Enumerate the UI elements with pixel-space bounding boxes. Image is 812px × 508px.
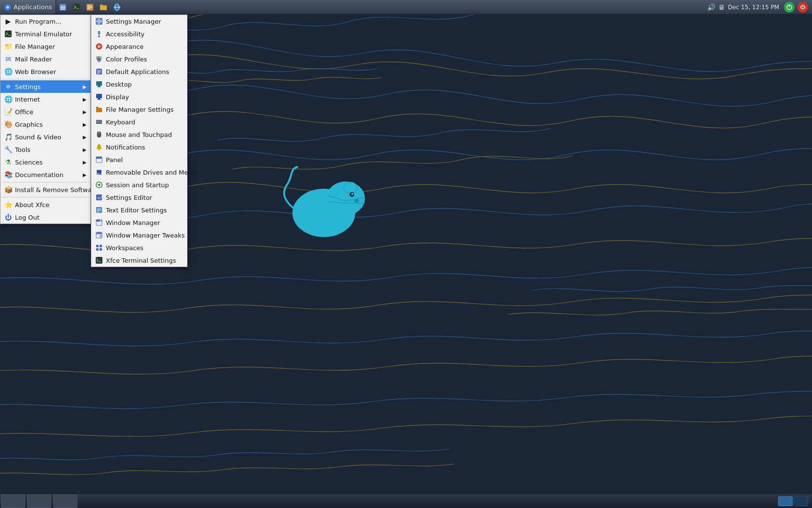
submenu-session-startup[interactable]: Session and Startup	[91, 179, 187, 191]
submenu-settings-editor[interactable]: </> Settings Editor	[91, 191, 187, 204]
svg-rect-62	[97, 122, 98, 123]
menu-item-tools[interactable]: 🔧 Tools ▶	[0, 143, 90, 156]
file-manager-settings-icon	[95, 105, 103, 113]
taskbar-editor-icon	[86, 3, 94, 11]
submenu-xfce-terminal-settings-label: Xfce Terminal Settings	[106, 257, 176, 264]
menu-item-run-program[interactable]: ▶ Run Program...	[0, 15, 90, 28]
separator-2	[0, 182, 90, 182]
office-icon: 📝	[4, 108, 12, 116]
submenu-settings-manager[interactable]: Settings Manager	[91, 15, 187, 28]
menu-item-sound-video[interactable]: 🎵 Sound & Video ▶	[0, 131, 90, 143]
workspace-1[interactable]	[778, 496, 793, 506]
svg-point-9	[354, 199, 359, 203]
submenu-keyboard[interactable]: Keyboard	[91, 116, 187, 128]
submenu-text-editor-settings[interactable]: Text Editor Settings	[91, 204, 187, 216]
applications-button[interactable]: Applications	[0, 0, 56, 14]
suspend-button[interactable]	[784, 2, 795, 13]
svg-point-67	[99, 133, 100, 134]
mail-reader-icon: ✉	[4, 55, 12, 63]
taskbar-editor-btn[interactable]	[83, 0, 97, 14]
submenu-settings-editor-label: Settings Editor	[106, 194, 152, 201]
menu-item-about-xfce[interactable]: ⭐ About Xfce	[0, 198, 90, 211]
taskbar-terminal-btn[interactable]	[70, 0, 83, 14]
documentation-arrow: ▶	[83, 172, 87, 178]
svg-rect-13	[60, 7, 65, 8]
submenu-color-profiles[interactable]: Color Profiles	[91, 53, 187, 65]
submenu-window-manager-label: Window Manager	[106, 219, 160, 226]
submenu-panel[interactable]: Panel	[91, 153, 187, 166]
submenu-appearance[interactable]: Appearance	[91, 40, 187, 53]
install-remove-icon: 📦	[4, 186, 12, 194]
sciences-arrow: ▶	[83, 160, 87, 165]
submenu-removable-drives[interactable]: Removable Drives and Media	[91, 166, 187, 179]
submenu-window-manager-tweaks[interactable]: Window Manager Tweaks	[91, 229, 187, 241]
menu-item-mail-reader[interactable]: ✉ Mail Reader	[0, 53, 90, 65]
workspace-2[interactable]	[794, 496, 808, 506]
internet-icon: 🌐	[4, 95, 12, 103]
sound-video-icon: 🎵	[4, 133, 12, 141]
svg-rect-83	[100, 220, 102, 222]
svg-rect-18	[87, 5, 91, 6]
menu-item-office[interactable]: 📝 Office ▶	[0, 105, 90, 118]
submenu-display[interactable]: Display	[91, 90, 187, 103]
settings-editor-icon: </>	[95, 194, 103, 201]
menu-item-terminal[interactable]: Terminal Emulator	[0, 28, 90, 40]
svg-rect-89	[96, 248, 99, 251]
taskbar-settings-btn[interactable]	[56, 0, 70, 14]
svg-rect-72	[98, 173, 99, 174]
web-browser-icon: 🌐	[4, 68, 12, 75]
svg-rect-55	[97, 99, 101, 100]
menu-item-web-browser[interactable]: 🌐 Web Browser	[0, 65, 90, 78]
submenu-default-applications[interactable]: Default Applications	[91, 65, 187, 78]
menu-item-graphics[interactable]: 🎨 Graphics ▶	[0, 118, 90, 131]
submenu-accessibility[interactable]: Accessibility	[91, 28, 187, 40]
menu-item-graphics-label: Graphics	[15, 121, 80, 128]
office-arrow: ▶	[83, 109, 87, 115]
submenu-window-manager[interactable]: Window Manager	[91, 216, 187, 229]
svg-point-42	[98, 45, 101, 48]
svg-rect-52	[97, 87, 101, 87]
submenu-file-manager-settings[interactable]: File Manager Settings	[91, 103, 187, 116]
menu-item-settings[interactable]: Settings ▶	[0, 80, 90, 93]
svg-rect-54	[98, 98, 100, 99]
xfce-mouse-logo	[271, 155, 377, 252]
submenu-mouse-touchpad[interactable]: Mouse and Touchpad	[91, 128, 187, 141]
menu-item-internet[interactable]: 🌐 Internet ▶	[0, 93, 90, 105]
menu-item-file-manager[interactable]: 📁 File Manager	[0, 40, 90, 53]
taskbar-bottom-item-1[interactable]	[1, 494, 25, 508]
suspend-icon	[786, 4, 792, 10]
desktop-icon	[95, 80, 103, 88]
appearance-icon	[95, 43, 103, 50]
menu-item-internet-label: Internet	[15, 96, 80, 103]
submenu-xfce-terminal-settings[interactable]: Xfce Terminal Settings	[91, 254, 187, 267]
panel-icon	[95, 156, 103, 164]
notifications-icon	[95, 143, 103, 151]
taskbar-bottom-item-2[interactable]	[27, 494, 51, 508]
menu-item-log-out-label: Log Out	[15, 214, 87, 221]
taskbar-browser-btn[interactable]	[110, 0, 124, 14]
svg-point-4	[351, 193, 353, 195]
submenu-notifications[interactable]: Notifications	[91, 141, 187, 153]
menu-item-about-xfce-label: About Xfce	[15, 201, 87, 209]
internet-arrow: ▶	[83, 97, 87, 102]
submenu-color-profiles-label: Color Profiles	[106, 56, 147, 63]
menu-item-settings-label: Settings	[15, 83, 80, 90]
terminal-emulator-icon	[4, 30, 12, 38]
taskbar-bottom-item-3[interactable]	[53, 494, 77, 508]
taskbar-files-btn[interactable]	[97, 0, 110, 14]
power-button[interactable]	[798, 2, 808, 13]
menu-item-documentation[interactable]: 📚 Documentation ▶	[0, 168, 90, 181]
volume-icon[interactable]: 🔊	[707, 3, 715, 11]
taskbar-bottom	[0, 493, 812, 508]
submenu-desktop[interactable]: Desktop	[91, 78, 187, 90]
menu-item-sciences-label: Sciences	[15, 159, 80, 166]
submenu-workspaces[interactable]: Workspaces	[91, 241, 187, 254]
workspace-switcher	[778, 496, 812, 506]
screen-icon[interactable]: 🖥	[718, 3, 725, 11]
taskbar-terminal-icon	[72, 3, 80, 11]
menu-item-log-out[interactable]: ⏻ Log Out	[0, 211, 90, 224]
menu-item-sciences[interactable]: ⚗ Sciences ▶	[0, 156, 90, 168]
menu-item-install-remove[interactable]: 📦 Install & Remove Software	[0, 183, 90, 196]
svg-rect-14	[60, 9, 65, 10]
settings-manager-icon	[95, 17, 103, 25]
